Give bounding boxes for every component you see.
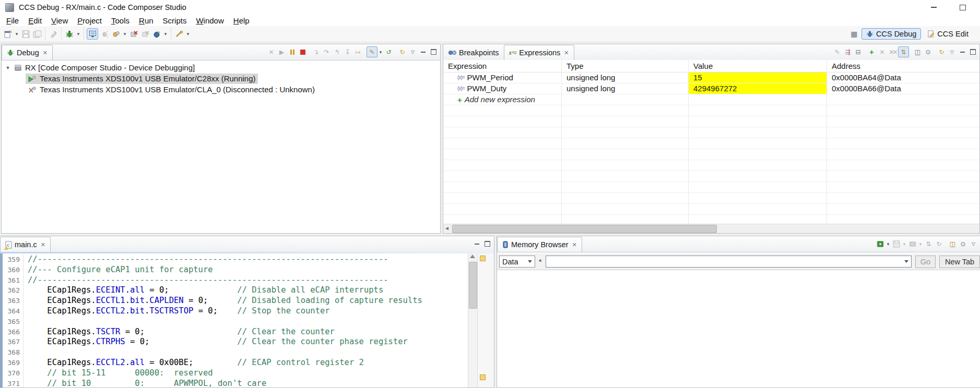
drop-to-frame-icon[interactable]: ↧: [343, 47, 352, 57]
debug-dropdown-icon[interactable]: ▾: [76, 31, 81, 37]
refresh-values-icon[interactable]: ⇅: [898, 46, 909, 57]
new-file-icon[interactable]: [3, 29, 13, 39]
expressions-table[interactable]: ExpressionTypeValueAddress(x)=PWM_Period…: [443, 60, 979, 224]
close-icon[interactable]: ✕: [41, 241, 45, 248]
suspend-icon[interactable]: [287, 47, 297, 57]
remove-all-expressions-icon[interactable]: ✕✕: [888, 47, 898, 57]
menu-item-help[interactable]: Help: [229, 16, 254, 26]
assembly-step-mode-icon[interactable]: ✎: [367, 46, 377, 57]
disconnect-icon[interactable]: ✕: [266, 47, 276, 57]
column-header-value[interactable]: Value: [689, 60, 827, 72]
perspective-ccs-debug[interactable]: CCS Debug: [861, 28, 921, 40]
step-hardware-icon[interactable]: [99, 29, 110, 39]
menu-item-window[interactable]: Window: [191, 16, 228, 26]
instruction-step-icon[interactable]: ↦: [353, 47, 363, 57]
chevron-down-icon[interactable]: [904, 260, 908, 263]
menu-item-tools[interactable]: Tools: [107, 16, 134, 26]
debug-icon[interactable]: [64, 29, 75, 39]
save-memory-icon[interactable]: [891, 239, 901, 249]
expressions-hscrollbar[interactable]: ◄: [443, 224, 979, 233]
debug-tree[interactable]: ▾RX [Code Composer Studio - Device Debug…: [2, 60, 440, 95]
pin-view-icon[interactable]: ⊙: [923, 47, 933, 57]
fill-dropdown-icon[interactable]: ▾: [918, 241, 923, 247]
resume-icon[interactable]: ▶: [277, 47, 287, 57]
fill-memory-icon[interactable]: [907, 239, 917, 249]
save-all-icon[interactable]: [32, 29, 42, 39]
address-input[interactable]: [546, 256, 912, 268]
refresh-icon[interactable]: ↻: [937, 47, 947, 57]
flash-dropdown-icon[interactable]: ▾: [163, 31, 168, 37]
new-view-icon[interactable]: ◫: [948, 239, 958, 249]
profile-icon[interactable]: [111, 29, 121, 39]
code-area[interactable]: 359//-----------------------------------…: [3, 254, 469, 387]
scroll-up-icon[interactable]: [470, 254, 475, 258]
reset-all-icon[interactable]: [140, 29, 150, 39]
column-header-expression[interactable]: Expression: [443, 60, 562, 72]
expression-row[interactable]: (x)=PWM_Periodunsigned long150x0000BA64@…: [443, 72, 979, 83]
code-editor[interactable]: 359//-----------------------------------…: [0, 253, 494, 387]
trace-dropdown-icon[interactable]: ▾: [185, 31, 191, 37]
go-button[interactable]: Go: [915, 256, 936, 268]
refresh-icon[interactable]: ↻: [397, 47, 407, 57]
new-tab-button[interactable]: New Tab: [939, 256, 980, 268]
maximize-view-icon[interactable]: [429, 47, 439, 57]
connect-target-icon[interactable]: [87, 28, 98, 40]
perspective-ccs-edit[interactable]: CCS Edit: [923, 29, 973, 39]
step-over-icon[interactable]: ↷: [322, 47, 332, 57]
minimize-view-icon[interactable]: [418, 47, 428, 57]
collapse-all-icon[interactable]: ⊟: [853, 47, 863, 57]
step-return-icon[interactable]: ↰: [332, 47, 342, 57]
view-menu-icon[interactable]: ▽: [408, 47, 418, 57]
tab-breakpoints[interactable]: Breakpoints: [443, 45, 504, 60]
restart-icon[interactable]: ↺: [384, 47, 394, 57]
menu-item-edit[interactable]: Edit: [23, 16, 46, 26]
maximize-view-icon[interactable]: [968, 47, 978, 57]
add-expression-icon[interactable]: +: [867, 47, 877, 57]
column-header-address[interactable]: Address: [827, 60, 979, 72]
maximize-window-button[interactable]: [955, 2, 971, 13]
format-select[interactable]: Data: [499, 256, 535, 268]
add-expression-row[interactable]: +Add new expression: [443, 94, 979, 105]
expression-row[interactable]: (x)=PWM_Dutyunsigned long42949672720x000…: [443, 83, 979, 94]
close-icon[interactable]: ✕: [43, 50, 48, 56]
pin-view-icon[interactable]: ⊙: [958, 239, 968, 249]
remove-expression-icon[interactable]: ✕: [877, 47, 887, 57]
debug-tree-item[interactable]: Texas Instruments XDS100v1 USB Emulator/…: [2, 84, 440, 95]
debug-tree-item[interactable]: Texas Instruments XDS100v1 USB Emulator/…: [2, 73, 440, 84]
profile-dropdown-icon[interactable]: ▾: [122, 31, 127, 37]
column-header-type[interactable]: Type: [562, 60, 689, 72]
menu-item-view[interactable]: View: [46, 16, 73, 26]
load-dropdown-icon[interactable]: ▾: [885, 241, 891, 247]
load-memory-icon[interactable]: [875, 239, 885, 249]
trace-icon[interactable]: [174, 29, 184, 39]
scroll-left-icon[interactable]: ◄: [444, 225, 450, 231]
scrollbar-thumb[interactable]: [469, 262, 477, 309]
build-icon[interactable]: [48, 29, 58, 39]
swap-view-icon[interactable]: ⇅: [924, 239, 934, 249]
tab-main-c[interactable]: c main.c ✕: [0, 237, 51, 252]
tab-expressions[interactable]: x²= Expressions ✕: [504, 45, 574, 60]
minimize-view-icon[interactable]: [958, 47, 967, 57]
warning-marker-icon[interactable]: [480, 256, 486, 261]
maximize-view-icon[interactable]: [482, 239, 492, 249]
view-menu-icon[interactable]: ▽: [947, 47, 957, 57]
menu-item-file[interactable]: File: [2, 16, 23, 26]
scrollbar-thumb[interactable]: [452, 225, 717, 233]
tree-layout-icon[interactable]: ⇶: [843, 47, 853, 57]
menu-item-scripts[interactable]: Scripts: [158, 16, 192, 26]
close-icon[interactable]: ✕: [572, 241, 577, 248]
expand-arrow-icon[interactable]: ▾: [4, 65, 12, 70]
menu-item-run[interactable]: Run: [134, 16, 158, 26]
tab-memory-browser[interactable]: Memory Browser ✕: [497, 237, 582, 252]
save-icon[interactable]: [20, 29, 31, 39]
open-perspective-icon[interactable]: ▦: [849, 29, 859, 39]
reset-cpu-icon[interactable]: [128, 29, 139, 39]
save-dropdown-icon[interactable]: ▾: [902, 241, 907, 247]
terminate-icon[interactable]: [298, 47, 308, 57]
debug-tree-item[interactable]: ▾RX [Code Composer Studio - Device Debug…: [2, 62, 440, 73]
flash-icon[interactable]: [151, 29, 162, 39]
step-mode-dropdown-icon[interactable]: ▾: [378, 50, 383, 55]
editor-vscrollbar[interactable]: [468, 253, 477, 387]
refresh-icon[interactable]: ↻: [934, 239, 944, 249]
menu-item-project[interactable]: Project: [73, 16, 107, 26]
